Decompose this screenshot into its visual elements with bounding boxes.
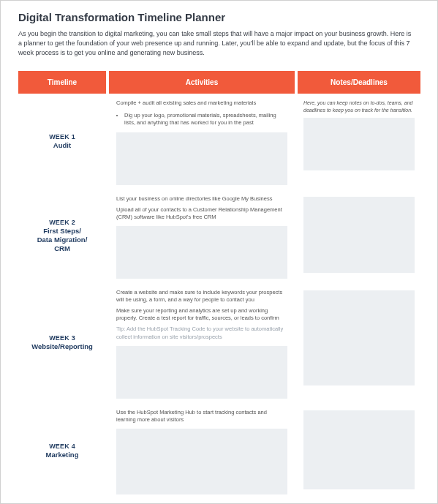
week3-activities: Create a website and make sure to includ… xyxy=(109,283,295,403)
week3-notes-box[interactable] xyxy=(303,290,415,385)
week4-act1: Use the HubSpot Marketing Hub to start t… xyxy=(116,409,287,424)
week4-timeline: WEEK 4 Marketing xyxy=(18,403,106,499)
week4-notes-box[interactable] xyxy=(303,410,415,489)
week3-activity-box[interactable] xyxy=(116,346,287,399)
week1-activity-box[interactable] xyxy=(116,132,287,185)
week4-number: WEEK 4 xyxy=(49,443,75,450)
planner-table: Timeline Activities Notes/Deadlines WEEK… xyxy=(18,71,418,499)
week3-number: WEEK 3 xyxy=(49,334,75,342)
week2-number: WEEK 2 xyxy=(49,219,75,226)
week4-activities: Use the HubSpot Marketing Hub to start t… xyxy=(109,403,295,499)
week2-notes xyxy=(298,189,420,283)
week3-notes xyxy=(298,283,420,403)
week1-name: Audit xyxy=(53,141,71,150)
intro-paragraph: As you begin the transition to digital m… xyxy=(18,29,413,58)
week1-notes-box[interactable] xyxy=(303,118,415,170)
header-notes: Notes/Deadlines xyxy=(298,71,420,94)
week4-activity-box[interactable] xyxy=(116,429,287,494)
week2-activity-box[interactable] xyxy=(116,226,287,279)
week1-act-lead: Compile + audit all existing sales and m… xyxy=(116,99,287,107)
week2-act2: Upload all of your contacts to a Custome… xyxy=(116,206,287,221)
page-title: Digital Transformation Timeline Planner xyxy=(18,11,420,23)
week2-name: First Steps/ Data Migration/ CRM xyxy=(37,227,88,253)
notes-hint: Here, you can keep notes on to-dos, team… xyxy=(303,99,415,113)
week3-timeline: WEEK 3 Website/Reporting xyxy=(18,283,106,403)
week3-act1: Create a website and make sure to includ… xyxy=(116,289,287,304)
week2-activities: List your business on online directories… xyxy=(109,189,295,283)
week4-notes xyxy=(298,403,420,499)
week3-act2: Make sure your reporting and analytics a… xyxy=(116,307,287,322)
week1-activities: Compile + audit all existing sales and m… xyxy=(109,94,295,189)
week2-act1: List your business on online directories… xyxy=(116,195,287,203)
week1-notes: Here, you can keep notes on to-dos, team… xyxy=(298,94,420,189)
week3-name: Website/Reporting xyxy=(31,342,93,351)
week4-name: Marketing xyxy=(46,451,79,459)
header-timeline: Timeline xyxy=(18,71,106,94)
week1-number: WEEK 1 xyxy=(49,133,75,140)
week3-tip: Tip: Add the HubSpot Tracking Code to yo… xyxy=(116,326,287,340)
week2-timeline: WEEK 2 First Steps/ Data Migration/ CRM xyxy=(18,189,106,283)
week2-notes-box[interactable] xyxy=(303,197,415,273)
header-activities: Activities xyxy=(109,71,295,94)
week1-timeline: WEEK 1 Audit xyxy=(18,94,106,189)
week1-bullet: Dig up your logo, promotional materials,… xyxy=(124,112,287,127)
